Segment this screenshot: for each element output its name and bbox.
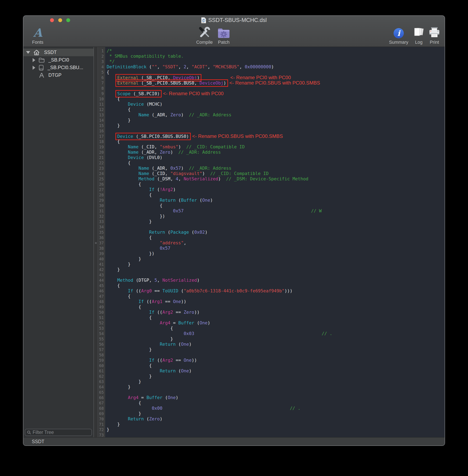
code-token: Arg2 (162, 310, 173, 315)
code-line: "address", (107, 240, 445, 246)
code-token: (_SB_.PCI0.SBUS.BUS0, (138, 80, 200, 86)
code-token: = (138, 395, 146, 400)
code-token: One (173, 299, 181, 304)
filter-field[interactable] (25, 429, 92, 436)
code-token: ) (218, 176, 226, 181)
code-token: { (107, 107, 131, 112)
code-token: Buffer (146, 395, 162, 400)
compile-button[interactable]: Compile (195, 25, 214, 45)
line-number: 71 (98, 422, 105, 427)
chevron-down-icon[interactable] (26, 51, 30, 54)
gutter-marker-strip (94, 47, 98, 437)
code-token: ) (189, 368, 191, 373)
folder-icon (39, 58, 45, 63)
code-token: (_ADR, (149, 112, 170, 117)
code-token: Zero (160, 149, 170, 155)
code-token: "SSDT" (162, 64, 178, 69)
code-token: External (117, 80, 139, 86)
code-line: { (107, 182, 445, 187)
code-line: Name (_ADR, Zero) // _ADR: Address (107, 149, 445, 155)
code-line: { (107, 235, 445, 240)
code-token: } (107, 427, 109, 432)
code-token: )) (194, 310, 200, 315)
code-token: } (107, 411, 141, 416)
print-button[interactable]: Print (426, 25, 443, 45)
chevron-right-icon[interactable] (33, 58, 35, 62)
code-line: } (107, 262, 445, 267)
line-number: 2 (98, 54, 105, 59)
patch-button[interactable]: Patch (215, 25, 233, 45)
code-token (107, 187, 149, 192)
code-token: (( (154, 358, 162, 363)
code-token: 0x57 (173, 208, 184, 213)
code-token: { (107, 160, 131, 165)
code-line: /* (107, 48, 445, 54)
code-token: { (107, 70, 109, 75)
code-token: (DVL0) (144, 155, 162, 160)
code-line: } (107, 347, 445, 352)
code-token: { (107, 235, 152, 240)
code-lines[interactable]: /* * SMBus compatibility table. */Defini… (105, 47, 445, 437)
sidebar-item-sb-pci0-sbus[interactable]: _SB.PCI0.SBU... (23, 64, 93, 71)
code-token: }) (107, 251, 154, 256)
code-token: "a0b5b7c6-1318-441c-b0c9-fe695eaf949b" (184, 288, 284, 293)
sidebar: SSDT _SB.PCI0 _SB.PCI0.SBU... (23, 47, 94, 437)
search-icon (27, 430, 31, 435)
code-token (107, 149, 128, 155)
filter-input[interactable] (33, 430, 90, 435)
info-icon: i (393, 28, 404, 39)
code-token: ) (176, 395, 178, 400)
code-token: If (138, 299, 144, 304)
line-number: 63 (98, 379, 105, 384)
code-token (107, 395, 128, 400)
code-token: { (107, 203, 162, 208)
code-line: If ((Arg2 == One)) (107, 358, 445, 363)
code-token: { (107, 315, 152, 320)
code-token: ( (146, 64, 152, 69)
code-token: (_SB.PCI0.SBUS.BUS0) (133, 134, 189, 139)
code-token: (( (154, 310, 162, 315)
code-token (107, 331, 184, 336)
line-number: 67 (98, 400, 105, 406)
code-editor[interactable]: 1234567891011121314151617181920212223242… (94, 47, 445, 437)
code-line: Return (Zero) (107, 416, 445, 422)
line-number: 72 (98, 427, 105, 432)
code-token: Name (128, 144, 139, 149)
code-token: Return (128, 416, 144, 421)
line-number: 53 (98, 326, 105, 331)
line-number: 40 (98, 256, 105, 262)
code-line (107, 390, 445, 395)
log-button[interactable]: Log (412, 25, 425, 45)
code-line: Scope (_SB.PCI0)<- Rename PCI0 with PC00 (107, 91, 445, 96)
summary-button[interactable]: i Summary (386, 25, 411, 45)
gutter-numbers: 1234567891011121314151617181920212223242… (98, 47, 105, 437)
chevron-right-icon[interactable] (33, 66, 35, 70)
sidebar-item-ssdt[interactable]: SSDT (23, 49, 93, 56)
code-token: /* (107, 48, 112, 53)
line-number: 1 (98, 48, 105, 54)
code-token: If (128, 288, 133, 293)
code-token: Arg1 (152, 299, 162, 304)
code-token (107, 299, 138, 304)
code-token: // _ADR: Address (178, 149, 221, 155)
code-line: } (107, 123, 445, 128)
status-path: SSDT (32, 439, 44, 444)
code-token: 4 (176, 176, 178, 181)
code-line: Return (Package (0x02) (107, 230, 445, 235)
code-token (107, 230, 149, 235)
line-number: 13 (98, 112, 105, 118)
code-token: (MCHC) (144, 102, 162, 107)
code-token (107, 278, 117, 283)
code-token: (_ADR, (138, 149, 160, 155)
line-number: 24 (98, 171, 105, 176)
code-token (194, 331, 322, 336)
sidebar-item-sb-pci0[interactable]: _SB.PCI0 (23, 56, 93, 64)
toolbar: A Fonts Compile (23, 24, 445, 46)
line-number: 39 (98, 251, 105, 256)
sidebar-item-dtgp[interactable]: DTGP (23, 71, 93, 79)
code-token: { (107, 294, 131, 299)
sidebar-item-label: _SB.PCI0 (48, 57, 69, 63)
fonts-button[interactable]: A Fonts (29, 25, 46, 45)
code-token: ( (176, 342, 181, 347)
code-token: Arg2 (162, 358, 173, 363)
